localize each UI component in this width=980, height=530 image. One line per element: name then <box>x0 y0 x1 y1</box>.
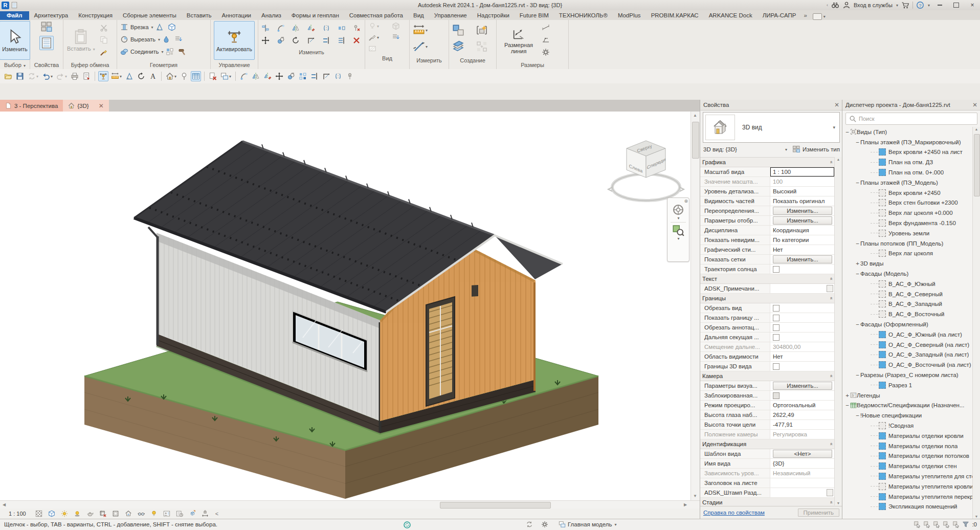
property-edit-button[interactable]: Изменить... <box>773 382 832 390</box>
qat-home-button[interactable]: ▾ <box>165 71 177 81</box>
qat-rotate-button[interactable] <box>136 71 146 81</box>
browser-tree-item[interactable]: −Планы потолков (ПП_Модель) <box>842 238 973 249</box>
property-section[interactable]: Камера» <box>700 371 842 381</box>
browser-tree-item[interactable]: −Фасады (Модель) <box>842 269 973 279</box>
property-checkbox[interactable] <box>773 363 779 370</box>
activate-dimensions-button[interactable]: Активировать <box>214 21 255 60</box>
shadows-button[interactable] <box>73 509 82 518</box>
minimize-button[interactable] <box>933 1 946 10</box>
property-value[interactable]: 304800,00 <box>770 342 834 351</box>
tree-toggle[interactable]: + <box>844 392 850 399</box>
ribbon-tab-5[interactable]: Аннотации <box>217 11 256 20</box>
crop-region-visibility-button[interactable] <box>111 509 120 518</box>
lightbulb-button[interactable]: ▾ <box>367 21 387 31</box>
ribbon-tab-15[interactable]: PROBIM.КАРКАС <box>646 11 704 20</box>
ribbon-tab-7[interactable]: Формы и генплан <box>286 11 344 20</box>
browser-tree-item[interactable]: Материалы утеплителя для стен <box>842 471 973 481</box>
browser-tree-item[interactable]: О_АС_Ф_Южный (на лист) <box>842 329 973 340</box>
tree-toggle[interactable]: − <box>855 240 860 247</box>
revit-logo[interactable]: R <box>2 2 9 9</box>
panel-label-geometry[interactable]: Геометрия <box>117 61 210 69</box>
qat-vgtable-button[interactable] <box>191 71 201 81</box>
scroll-up-icon[interactable]: ▲ <box>691 112 699 120</box>
browser-tree-item[interactable]: О_АС_Ф_Восточный (на лист) <box>842 360 973 370</box>
ribbon-tab-0[interactable]: Файл <box>0 11 29 20</box>
browser-tree-item[interactable]: +Легенды <box>842 390 973 401</box>
browser-tree-item[interactable]: +3D виды <box>842 258 973 269</box>
qat-trim-button[interactable] <box>321 71 331 81</box>
linework-button[interactable]: ▾ <box>367 32 387 42</box>
modify-align-button[interactable] <box>260 23 272 33</box>
browser-tree-item[interactable]: −Ведомости/Спецификации (Назначен... <box>842 401 973 411</box>
close-button[interactable]: × <box>966 1 979 10</box>
property-value[interactable]: Высокий <box>770 187 834 196</box>
browser-tree-item[interactable]: −Фасады (Оформленный) <box>842 319 973 329</box>
drawing-area[interactable]: Сверху Слева Спереди ⊗ ▾ ▾ <box>0 112 691 500</box>
property-tail-box[interactable] <box>827 489 833 496</box>
split-face-icon[interactable] <box>166 48 174 56</box>
qat-align2-button[interactable] <box>309 71 320 81</box>
properties-scroll-down-icon[interactable]: ▼ <box>835 501 842 505</box>
temporary-hide-isolate-button[interactable] <box>137 509 146 518</box>
properties-help-link[interactable]: Справка по свойствам <box>703 510 765 516</box>
property-value[interactable]: -477,91 <box>770 420 834 429</box>
property-section[interactable]: Границы» <box>700 294 842 303</box>
modify-align3-button[interactable] <box>337 35 348 46</box>
property-value[interactable]: По категории <box>770 235 834 245</box>
reveal-constraints-button[interactable] <box>201 509 210 518</box>
qat-copyoo-button[interactable] <box>286 71 296 81</box>
crop-view-button[interactable] <box>98 509 107 518</box>
qat-array-button[interactable] <box>298 71 308 81</box>
search-collapse-arrow[interactable]: ‹ <box>827 3 828 8</box>
properties-close-icon[interactable]: ✕ <box>834 101 839 108</box>
browser-tree-item[interactable]: Экспликация помещений <box>842 501 973 512</box>
browser-tree-item[interactable]: −Виды (Тип) <box>842 127 973 137</box>
modify-splitgap-button[interactable] <box>321 23 332 33</box>
scroll-left-icon[interactable]: ◀ <box>0 501 8 509</box>
background-processes-icon[interactable] <box>403 521 411 529</box>
dimension-line-button[interactable]: Размерная линия <box>498 21 539 59</box>
navbar-close-icon[interactable]: ⊗ <box>684 199 688 204</box>
modify-splitelem-button[interactable] <box>337 23 348 33</box>
property-checkbox[interactable] <box>773 334 779 341</box>
modify-button[interactable]: Изменить <box>0 21 30 60</box>
modify-move-button[interactable] <box>260 35 272 46</box>
property-section[interactable]: Идентификация» <box>700 439 842 449</box>
qat-sync-button[interactable]: ▾ <box>27 71 39 81</box>
browser-tree-item[interactable]: −Планы этажей (ПЭ_Маркировочный) <box>842 137 973 147</box>
ribbon-tab-9[interactable]: Вид <box>408 11 429 20</box>
modify-mirror2-button[interactable] <box>306 23 317 33</box>
qat-print-button[interactable] <box>70 71 80 81</box>
browser-tree-item[interactable]: Верх лаг цоколя <box>842 249 973 259</box>
panel-label-select[interactable]: Выбор ▾ <box>0 61 30 69</box>
ribbon-tab-13[interactable]: ТЕХНОНИКОЛЬ® <box>554 11 613 20</box>
ribbon-tab-14[interactable]: ModPlus <box>613 11 646 20</box>
properties-palette-toggle[interactable] <box>39 36 54 50</box>
browser-search-input[interactable]: Поиск <box>845 113 977 125</box>
type-selector[interactable]: 3D вид ▾ <box>703 112 840 143</box>
view-control-collapse[interactable]: < <box>215 511 218 517</box>
steering-wheel-icon[interactable] <box>672 204 684 216</box>
view-tab-3d[interactable]: {3D} ✕ <box>63 100 108 112</box>
browser-tree-item[interactable]: Верх кровли +2450 на лист <box>842 147 973 158</box>
panel-label-clipboard[interactable]: Буфер обмена <box>63 61 117 69</box>
measure-button[interactable]: ▾ <box>412 23 447 37</box>
assembly-properties-icon[interactable] <box>40 21 53 33</box>
spot-dimension-button[interactable] <box>541 23 551 33</box>
edit-type-button[interactable]: Изменить тип <box>792 145 840 153</box>
modify-align2-button[interactable] <box>321 35 332 46</box>
browser-tree-item[interactable]: Материалы утеплителя перекры... <box>842 492 973 502</box>
reveal-hidden-elements-button[interactable] <box>149 509 159 518</box>
spot-coordinate-button[interactable] <box>541 35 551 45</box>
view-scale-button[interactable]: 1 : 100 <box>4 510 31 518</box>
demolish-icon[interactable] <box>168 23 176 31</box>
property-value[interactable]: {3D} <box>770 459 834 468</box>
ribbon-tab-17[interactable]: ЛИРА-САПР <box>758 11 801 20</box>
copy-to-clipboard-button[interactable] <box>99 35 109 45</box>
qat-splitgap-button[interactable] <box>333 71 343 81</box>
paste-button[interactable]: Вставить ▾ <box>65 21 97 59</box>
ribbon-tabs-overflow[interactable]: » <box>801 11 809 20</box>
browser-tree-item[interactable]: Уровень земли <box>842 228 973 238</box>
property-value-input[interactable]: 1 : 100 <box>770 167 834 176</box>
locked-3d-view-button[interactable] <box>124 509 133 518</box>
